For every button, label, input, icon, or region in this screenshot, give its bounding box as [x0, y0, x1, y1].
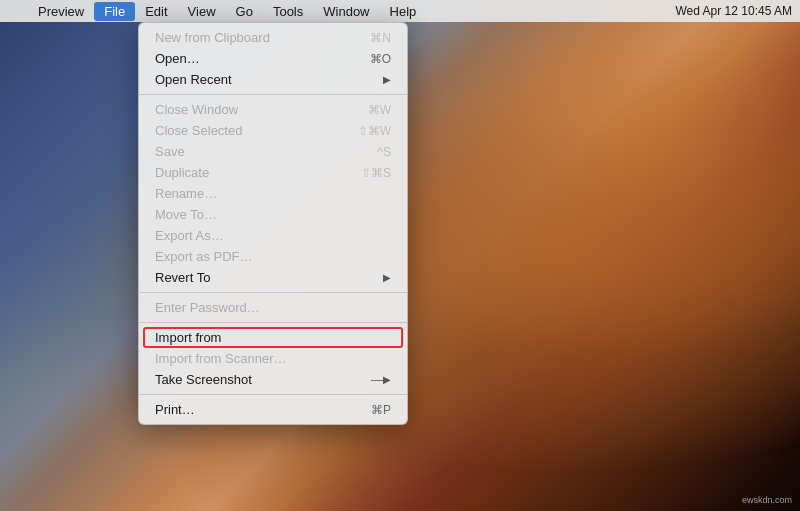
menubar-item-go[interactable]: Go: [226, 2, 263, 21]
separator-1: [139, 94, 407, 95]
menu-item-export-as[interactable]: Export As…: [139, 225, 407, 246]
menubar-item-preview[interactable]: Preview: [28, 2, 94, 21]
menu-item-close-selected[interactable]: Close Selected ⇧⌘W: [139, 120, 407, 141]
menubar-clock: Wed Apr 12 10:45 AM: [675, 4, 792, 18]
menu-item-import-from-wrapper: Import from: [139, 327, 407, 348]
menubar-item-help[interactable]: Help: [380, 2, 427, 21]
separator-2: [139, 292, 407, 293]
menu-item-take-screenshot[interactable]: Take Screenshot — ▶: [139, 369, 407, 390]
menubar-right: Wed Apr 12 10:45 AM: [675, 4, 792, 18]
separator-4: [139, 394, 407, 395]
submenu-arrow-screenshot: ▶: [383, 374, 391, 385]
menu-item-import-from[interactable]: Import from: [139, 327, 407, 348]
file-dropdown-menu: New from Clipboard ⌘N Open… ⌘O Open Rece…: [138, 22, 408, 425]
menu-item-rename[interactable]: Rename…: [139, 183, 407, 204]
menu-item-move-to[interactable]: Move To…: [139, 204, 407, 225]
menubar-item-file[interactable]: File: [94, 2, 135, 21]
menu-item-duplicate[interactable]: Duplicate ⇧⌘S: [139, 162, 407, 183]
separator-3: [139, 322, 407, 323]
menubar: Preview File Edit View Go Tools Window H…: [0, 0, 800, 22]
menu-item-export-pdf[interactable]: Export as PDF…: [139, 246, 407, 267]
menu-item-save[interactable]: Save ^S: [139, 141, 407, 162]
menu-item-enter-password[interactable]: Enter Password…: [139, 297, 407, 318]
menu-item-print[interactable]: Print… ⌘P: [139, 399, 407, 420]
menu-item-revert-to[interactable]: Revert To ▶: [139, 267, 407, 288]
menubar-item-window[interactable]: Window: [313, 2, 379, 21]
watermark: ewskdn.com: [742, 495, 792, 505]
menu-item-close-window[interactable]: Close Window ⌘W: [139, 99, 407, 120]
submenu-arrow-revert: ▶: [383, 272, 391, 283]
menu-item-open-recent[interactable]: Open Recent ▶: [139, 69, 407, 90]
menubar-item-view[interactable]: View: [178, 2, 226, 21]
menu-item-import-scanner[interactable]: Import from Scanner…: [139, 348, 407, 369]
menubar-item-tools[interactable]: Tools: [263, 2, 313, 21]
menu-item-open[interactable]: Open… ⌘O: [139, 48, 407, 69]
menu-item-new-clipboard[interactable]: New from Clipboard ⌘N: [139, 27, 407, 48]
submenu-arrow-open-recent: ▶: [383, 74, 391, 85]
menubar-item-edit[interactable]: Edit: [135, 2, 177, 21]
